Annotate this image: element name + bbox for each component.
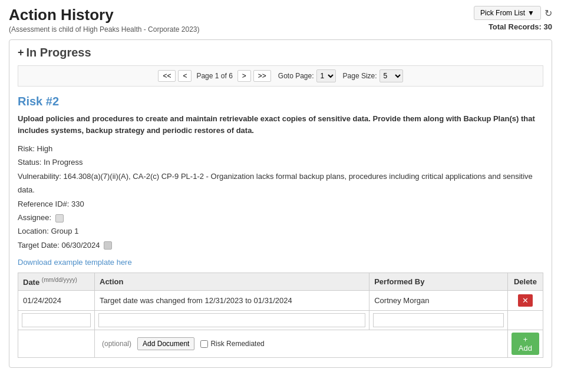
reference-value: 330 — [71, 200, 84, 208]
risk-level-row: Risk: High — [18, 142, 543, 155]
col-header-delete: Delete — [507, 273, 543, 291]
add-empty-cell — [507, 311, 543, 330]
page-indicator: Page 1 of 6 — [196, 72, 232, 80]
delete-row-button[interactable]: ✕ — [518, 294, 533, 307]
target-date-row: Target Date: 06/30/2024 — [18, 238, 543, 252]
dropdown-icon: ▼ — [527, 9, 534, 17]
risk-level-value: High — [37, 144, 53, 153]
cell-action: Target date was changed from 12/31/2023 … — [95, 291, 369, 311]
page-size-label: Page Size: — [343, 72, 377, 80]
status-label: Status: — [18, 158, 41, 167]
risk-description: Upload policies and procedures to create… — [18, 113, 543, 136]
last-page-button[interactable]: >> — [253, 70, 271, 82]
add-date-input[interactable] — [22, 313, 91, 327]
status-row: Status: In Progress — [18, 155, 543, 169]
location-row: Location: Group 1 — [18, 224, 543, 238]
page-header: Action History (Assessment is child of H… — [9, 6, 552, 34]
vulnerability-value: 164.308(a)(7)(ii)(A), CA-2(c) CP-9 PL-1-… — [18, 172, 533, 194]
refresh-button[interactable]: ↻ — [544, 8, 552, 19]
pagination-bar: << < Page 1 of 6 > >> Goto Page: 123456 … — [18, 65, 543, 87]
add-controls-main: (optional) Add Document Risk Remediated — [95, 330, 508, 358]
location-label: Location: — [18, 227, 49, 235]
download-template-link[interactable]: Download example template here — [18, 258, 132, 267]
header-left: Action History (Assessment is child of H… — [9, 6, 199, 34]
header-actions: Pick From List ▼ ↻ — [474, 6, 552, 20]
first-page-button[interactable]: << — [158, 70, 176, 82]
header-right: Pick From List ▼ ↻ Total Records: 30 — [474, 6, 552, 31]
risk-remediated-label: Risk Remediated — [200, 340, 264, 348]
goto-page-select[interactable]: 123456 — [316, 69, 336, 82]
risk-title: Risk #2 — [18, 95, 543, 108]
add-controls-bar: (optional) Add Document Risk Remediated — [98, 335, 504, 353]
risk-card: Risk #2 Upload policies and procedures t… — [18, 95, 543, 358]
add-controls-row: (optional) Add Document Risk Remediated … — [18, 330, 543, 358]
assignee-label: Assignee: — [18, 213, 51, 222]
col-header-action: Action — [95, 273, 369, 291]
target-date-value: 06/30/2024 — [61, 241, 100, 250]
add-controls-empty — [18, 330, 95, 358]
vulnerability-row: Vulnerability: 164.308(a)(7)(ii)(A), CA-… — [18, 170, 543, 197]
page-title: Action History — [9, 6, 199, 24]
cell-performed-by: Cortney Morgan — [369, 291, 508, 311]
in-progress-section: + In Progress << < Page 1 of 6 > >> Goto… — [9, 39, 552, 368]
status-value: In Progress — [44, 158, 82, 167]
action-history-table: Date (mm/dd/yyyy) Action Performed By De… — [18, 273, 543, 358]
add-entry-button[interactable]: + Add — [512, 333, 539, 355]
add-button-cell: + Add — [507, 330, 543, 358]
risk-metadata: Risk: High Status: In Progress Vulnerabi… — [18, 142, 543, 252]
cell-delete: ✕ — [507, 291, 543, 311]
risk-level-label: Risk: — [18, 144, 35, 153]
vulnerability-label: Vulnerability: — [18, 172, 61, 181]
risk-remediated-text: Risk Remediated — [210, 340, 264, 348]
optional-label: (optional) — [102, 340, 131, 348]
add-performed-by-cell — [369, 311, 508, 330]
target-date-label: Target Date: — [18, 241, 60, 250]
cell-date: 01/24/2024 — [18, 291, 95, 311]
location-value: Group 1 — [51, 227, 78, 235]
add-document-button[interactable]: Add Document — [137, 337, 194, 350]
section-heading: + In Progress — [18, 46, 543, 59]
total-records: Total Records: 30 — [489, 22, 552, 31]
reference-row: Reference ID#: 330 — [18, 197, 543, 211]
target-date-calendar-icon[interactable] — [104, 241, 112, 250]
page-subtitle: (Assessment is child of High Peaks Healt… — [9, 25, 199, 34]
add-date-cell — [18, 311, 95, 330]
goto-page-label: Goto Page: — [278, 72, 314, 80]
col-header-performed-by: Performed By — [369, 273, 508, 291]
pick-from-list-button[interactable]: Pick From List ▼ — [474, 6, 541, 20]
next-page-button[interactable]: > — [237, 70, 251, 82]
section-title: In Progress — [27, 46, 91, 59]
assignee-edit-icon[interactable] — [55, 214, 64, 222]
assignee-row: Assignee: — [18, 211, 543, 224]
risk-remediated-checkbox[interactable] — [200, 340, 208, 348]
col-header-date: Date (mm/dd/yyyy) — [18, 273, 95, 291]
section-toggle-icon[interactable]: + — [18, 46, 24, 59]
page-size-select[interactable]: 5102050 — [380, 69, 403, 82]
prev-page-button[interactable]: < — [178, 70, 192, 82]
add-entry-row — [18, 311, 543, 330]
table-header-row: Date (mm/dd/yyyy) Action Performed By De… — [18, 273, 543, 291]
add-action-cell — [95, 311, 369, 330]
add-performed-by-input[interactable] — [373, 313, 504, 327]
add-action-input[interactable] — [98, 313, 365, 327]
table-row: 01/24/2024 Target date was changed from … — [18, 291, 543, 311]
reference-label: Reference ID#: — [18, 200, 69, 208]
